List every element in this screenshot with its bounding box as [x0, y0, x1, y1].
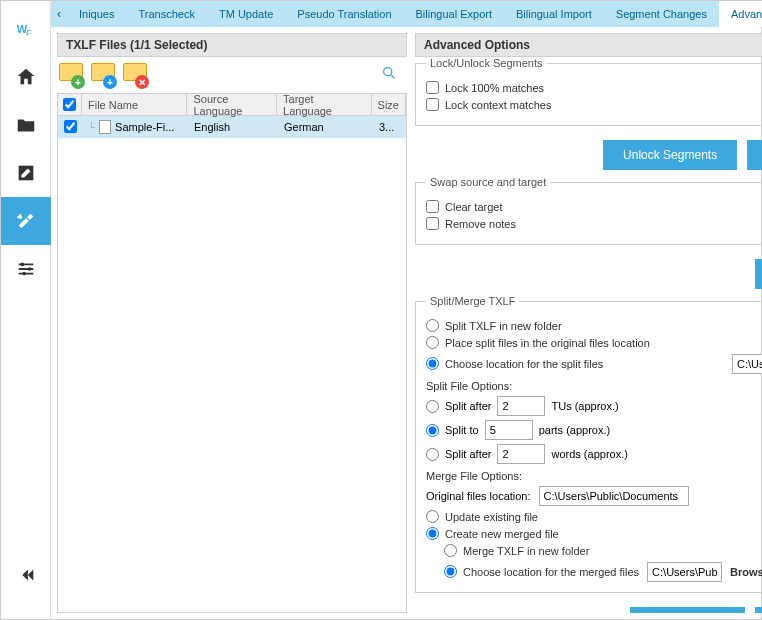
split-original-radio[interactable]	[426, 336, 439, 349]
lock-100-checkbox[interactable]	[426, 81, 439, 94]
orig-location-input[interactable]	[539, 486, 689, 506]
remove-notes-row[interactable]: Remove notes	[426, 217, 762, 230]
clear-target-checkbox[interactable]	[426, 200, 439, 213]
svg-point-4	[22, 272, 26, 276]
lock-context-checkbox[interactable]	[426, 98, 439, 111]
create-new-row[interactable]: Create new merged file	[426, 527, 762, 540]
sliders-icon	[15, 258, 37, 280]
lock-legend: Lock/Unlock Segments	[426, 57, 547, 69]
remove-notes-checkbox[interactable]	[426, 217, 439, 230]
lock-context-row[interactable]: Lock context matches	[426, 98, 762, 111]
sidebar-logo[interactable]: WF	[1, 5, 51, 53]
unlock-segments-button[interactable]: Unlock Segments	[603, 140, 737, 170]
split-txlf-button[interactable]: Split TXLF	[630, 607, 745, 613]
table-row[interactable]: └Sample-Fi... English German 3...	[58, 116, 406, 138]
add-file-button[interactable]: +	[59, 61, 87, 89]
tab-bilingual-export[interactable]: Bilingual Export	[404, 1, 504, 27]
swap-legend: Swap source and target	[426, 176, 550, 188]
home-icon	[15, 66, 37, 88]
swap-button[interactable]: Swap	[755, 259, 762, 289]
split-after-words-input[interactable]	[497, 444, 545, 464]
col-source[interactable]: Source Language	[187, 94, 277, 115]
folder-icon	[15, 114, 37, 136]
merge-new-folder-row[interactable]: Merge TXLF in new folder	[444, 544, 762, 557]
sidebar: WF	[1, 1, 51, 619]
tab-bar: ‹ Iniques Transcheck TM Update Pseudo Tr…	[51, 1, 762, 27]
choose-merge-location-row[interactable]: Choose location for the merged files	[444, 565, 639, 578]
search-icon[interactable]	[381, 65, 397, 85]
tab-transcheck[interactable]: Transcheck	[126, 1, 206, 27]
tab-iniques[interactable]: Iniques	[67, 1, 126, 27]
tab-bilingual-import[interactable]: Bilingual Import	[504, 1, 604, 27]
files-panel-title: TXLF Files (1/1 Selected)	[57, 33, 407, 57]
edit-icon	[15, 162, 37, 184]
merge-path-input[interactable]	[647, 562, 722, 582]
split-after-words-radio[interactable]	[426, 448, 439, 461]
split-options-label: Split File Options:	[426, 380, 762, 392]
split-after-tu-radio[interactable]	[426, 400, 439, 413]
svg-text:F: F	[26, 28, 32, 38]
split-merge-legend: Split/Merge TXLF	[426, 295, 519, 307]
chevron-left-icon	[15, 564, 37, 586]
sidebar-collapse[interactable]	[1, 551, 51, 599]
tools-icon	[15, 210, 37, 232]
tab-advanced[interactable]: Advanced	[719, 1, 762, 27]
tab-scroll-left[interactable]: ‹	[51, 1, 67, 27]
update-existing-radio[interactable]	[426, 510, 439, 523]
col-size[interactable]: Size	[372, 94, 406, 115]
choose-merge-location-radio[interactable]	[444, 565, 457, 578]
file-size: 3...	[373, 121, 406, 133]
lock-group: Lock/Unlock Segments Lock 100% matches L…	[415, 57, 762, 126]
lock-100-row[interactable]: Lock 100% matches	[426, 81, 762, 94]
swap-group: Swap source and target Clear target Remo…	[415, 176, 762, 245]
file-target: German	[278, 121, 373, 133]
choose-split-location-radio[interactable]	[426, 357, 439, 370]
merge-options-label: Merge File Options:	[426, 470, 762, 482]
svg-point-5	[384, 68, 392, 76]
merge-txlf-button[interactable]: Merge TXLF	[755, 607, 762, 613]
split-path-input[interactable]	[732, 354, 762, 374]
options-panel-title: Advanced Options	[415, 33, 762, 57]
split-new-folder-radio[interactable]	[426, 319, 439, 332]
create-new-radio[interactable]	[426, 527, 439, 540]
sidebar-folder[interactable]	[1, 101, 51, 149]
sidebar-sliders[interactable]	[1, 245, 51, 293]
col-filename[interactable]: File Name	[82, 94, 187, 115]
split-after-tu-input[interactable]	[497, 396, 545, 416]
files-table: File Name Source Language Target Languag…	[57, 93, 407, 613]
tab-segment-changes[interactable]: Segment Changes	[604, 1, 719, 27]
sidebar-home[interactable]	[1, 53, 51, 101]
add-folder-button[interactable]: +	[91, 61, 119, 89]
file-name: Sample-Fi...	[115, 121, 174, 133]
orig-location-label: Original files location:	[426, 490, 531, 502]
merge-new-folder-radio[interactable]	[444, 544, 457, 557]
choose-split-location-row[interactable]: Choose location for the split files	[426, 357, 724, 370]
logo-icon: WF	[15, 18, 37, 40]
tab-tmupdate[interactable]: TM Update	[207, 1, 285, 27]
sidebar-tools[interactable]	[1, 197, 51, 245]
col-target[interactable]: Target Language	[277, 94, 372, 115]
lock-segments-button[interactable]: Lock Segments	[747, 140, 762, 170]
split-to-radio[interactable]	[426, 424, 439, 437]
remove-file-button[interactable]: ✕	[123, 61, 151, 89]
update-existing-row[interactable]: Update existing file	[426, 510, 762, 523]
svg-point-3	[27, 267, 31, 271]
sidebar-edit[interactable]	[1, 149, 51, 197]
split-original-row[interactable]: Place split files in the original files …	[426, 336, 762, 349]
row-checkbox[interactable]	[64, 120, 77, 133]
browse-merge-button[interactable]: Browse...	[730, 566, 762, 578]
split-to-input[interactable]	[485, 420, 533, 440]
tree-line-icon: └	[88, 122, 95, 133]
tab-pseudo[interactable]: Pseudo Translation	[285, 1, 403, 27]
col-check[interactable]	[58, 94, 82, 115]
svg-point-2	[20, 263, 24, 267]
file-icon	[99, 120, 111, 134]
split-new-folder-row[interactable]: Split TXLF in new folder	[426, 319, 762, 332]
clear-target-row[interactable]: Clear target	[426, 200, 762, 213]
files-toolbar: + + ✕	[57, 57, 407, 93]
split-merge-group: Split/Merge TXLF Split TXLF in new folde…	[415, 295, 762, 593]
file-source: English	[188, 121, 278, 133]
